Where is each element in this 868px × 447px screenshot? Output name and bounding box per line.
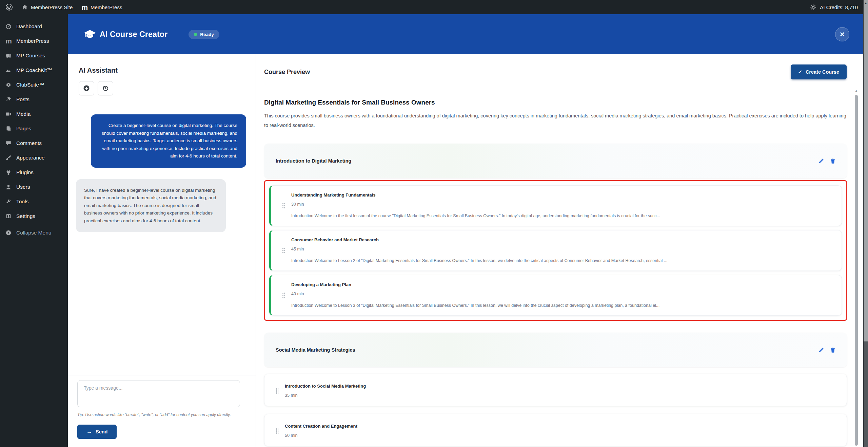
users-icon <box>5 184 12 190</box>
lesson-duration: 50 min <box>285 433 838 438</box>
create-course-button[interactable]: ✓ Create Course <box>791 64 847 79</box>
course-preview-panel: Course Preview ✓ Create Course Digital M… <box>256 54 868 447</box>
user-message-bubble: Create a beginner-level course on digita… <box>91 114 246 168</box>
scroll-up-arrow-icon[interactable]: ▲ <box>854 88 859 94</box>
window-scrollbar-thumb[interactable] <box>864 6 868 341</box>
preview-content: Digital Marketing Essentials for Small B… <box>256 87 868 447</box>
trash-icon <box>830 158 835 164</box>
sidebar-item-label: MP Courses <box>16 53 45 59</box>
sidebar-item-media[interactable]: Media <box>0 107 68 121</box>
lesson-body: Content Creation and Engagement 50 min <box>285 424 838 438</box>
sidebar-item-clubsuite[interactable]: ClubSuite™ <box>0 77 68 92</box>
pencil-icon <box>818 158 824 164</box>
lesson-body: Developing a Marketing Plan 40 min Intro… <box>291 282 833 308</box>
sidebar-item-plugins[interactable]: Plugins <box>0 165 68 180</box>
section-lesson-list: Introduction to Social Media Marketing 3… <box>264 374 847 446</box>
sidebar-item-dashboard[interactable]: Dashboard <box>0 19 68 34</box>
clubsuite-icon <box>5 82 12 88</box>
modal-header: AI Course Creator Ready ✕ <box>68 14 868 54</box>
send-button[interactable]: → Send <box>77 425 117 439</box>
collapse-menu-label: Collapse Menu <box>16 230 51 236</box>
plus-circle-icon <box>83 85 90 92</box>
lesson-title: Content Creation and Engagement <box>285 424 838 429</box>
ai-credits-label: AI Credits: 8,710 <box>820 4 858 10</box>
pencil-icon <box>818 347 824 353</box>
sidebar-collapse-menu[interactable]: Collapse Menu <box>0 225 68 240</box>
sidebar-item-comments[interactable]: Comments <box>0 136 68 150</box>
section-title: Introduction to Digital Marketing <box>276 158 351 164</box>
sidebar-item-memberpress[interactable]: m MemberPress <box>0 34 68 48</box>
course-description: This course provides small business owne… <box>264 111 847 130</box>
sidebar-item-label: Users <box>16 184 30 190</box>
sidebar-item-label: Posts <box>16 96 29 103</box>
highlighted-lesson-group: Understanding Marketing Fundamentals 30 … <box>264 180 847 321</box>
drag-handle-icon[interactable] <box>276 247 291 253</box>
status-dot-icon <box>194 33 197 36</box>
status-label: Ready <box>200 32 214 37</box>
new-chat-button[interactable] <box>79 81 94 95</box>
history-button[interactable] <box>98 81 113 95</box>
lesson-excerpt: Introduction Welcome to the first lesson… <box>291 213 833 218</box>
wp-admin-sidebar: Dashboard m MemberPress MP Courses MP Co… <box>0 14 68 447</box>
edit-section-button[interactable] <box>818 347 824 353</box>
plugins-icon <box>5 169 12 175</box>
sidebar-item-mp-courses[interactable]: MP Courses <box>0 48 68 63</box>
ai-course-creator-modal: AI Course Creator Ready ✕ AI Assistant <box>68 14 868 447</box>
sidebar-item-label: Pages <box>16 126 31 132</box>
pages-icon <box>5 126 12 132</box>
preview-scrollbar: ▲ <box>854 88 859 447</box>
sidebar-item-tools[interactable]: Tools <box>0 194 68 209</box>
site-name-link[interactable]: MemberPress Site <box>22 4 73 10</box>
sidebar-item-appearance[interactable]: Appearance <box>0 150 68 165</box>
drag-handle-icon[interactable] <box>276 203 291 208</box>
coachkit-icon <box>5 67 12 73</box>
sidebar-item-label: Media <box>16 111 31 117</box>
drag-handle-icon[interactable] <box>270 388 285 394</box>
input-tip-text: Tip: Use action words like "create", "wr… <box>77 412 254 418</box>
status-badge: Ready <box>189 30 219 39</box>
memberpress-icon: m <box>5 37 12 44</box>
lesson-duration: 35 min <box>285 393 838 398</box>
lesson-card[interactable]: Introduction to Social Media Marketing 3… <box>264 374 847 406</box>
section-actions <box>818 347 835 353</box>
assistant-title: AI Assistant <box>79 67 245 74</box>
wordpress-menu[interactable] <box>5 3 13 11</box>
sidebar-item-mp-coachkit[interactable]: MP CoachKit™ <box>0 63 68 77</box>
ai-assistant-panel: AI Assistant Create a beginner-level cou… <box>68 54 256 447</box>
sidebar-item-label: Settings <box>16 213 35 219</box>
lesson-card[interactable]: Understanding Marketing Fundamentals 30 … <box>269 185 842 226</box>
lesson-card[interactable]: Developing a Marketing Plan 40 min Intro… <box>269 275 842 316</box>
edit-section-button[interactable] <box>818 158 824 164</box>
sidebar-item-users[interactable]: Users <box>0 180 68 194</box>
history-clock-icon <box>102 85 109 92</box>
graduation-cap-icon <box>83 30 96 39</box>
scroll-up-arrow-icon[interactable]: ▲ <box>864 0 868 6</box>
close-icon: ✕ <box>840 31 845 38</box>
message-input[interactable] <box>77 380 240 407</box>
lesson-card[interactable]: Content Creation and Engagement 50 min <box>264 414 847 446</box>
preview-scrollbar-thumb[interactable] <box>855 95 858 446</box>
preview-heading: Course Preview <box>264 69 310 76</box>
sidebar-item-settings[interactable]: Settings <box>0 209 68 223</box>
sidebar-item-pages[interactable]: Pages <box>0 121 68 136</box>
gear-icon <box>810 4 816 11</box>
lesson-card[interactable]: Consumer Behavior and Market Research 45… <box>269 230 842 271</box>
wordpress-logo-icon <box>5 3 13 11</box>
lesson-excerpt: Introduction Welcome to Lesson 3 of "Dig… <box>291 303 833 308</box>
comments-icon <box>5 140 12 146</box>
check-icon: ✓ <box>798 69 802 75</box>
trash-icon <box>830 347 835 353</box>
memberpress-logo-icon: m <box>81 4 87 11</box>
home-icon <box>22 4 28 10</box>
sidebar-item-label: Plugins <box>16 169 34 175</box>
sidebar-item-posts[interactable]: Posts <box>0 92 68 107</box>
drag-handle-icon[interactable] <box>276 292 291 298</box>
delete-section-button[interactable] <box>830 347 835 353</box>
admin-bar-right[interactable]: AI Credits: 8,710 <box>810 4 868 11</box>
chat-area: Create a beginner-level course on digita… <box>68 105 256 375</box>
delete-section-button[interactable] <box>830 158 835 164</box>
memberpress-admin-link[interactable]: m MemberPress <box>81 4 122 11</box>
close-button[interactable]: ✕ <box>835 27 849 41</box>
appearance-icon <box>5 155 12 161</box>
drag-handle-icon[interactable] <box>270 428 285 434</box>
